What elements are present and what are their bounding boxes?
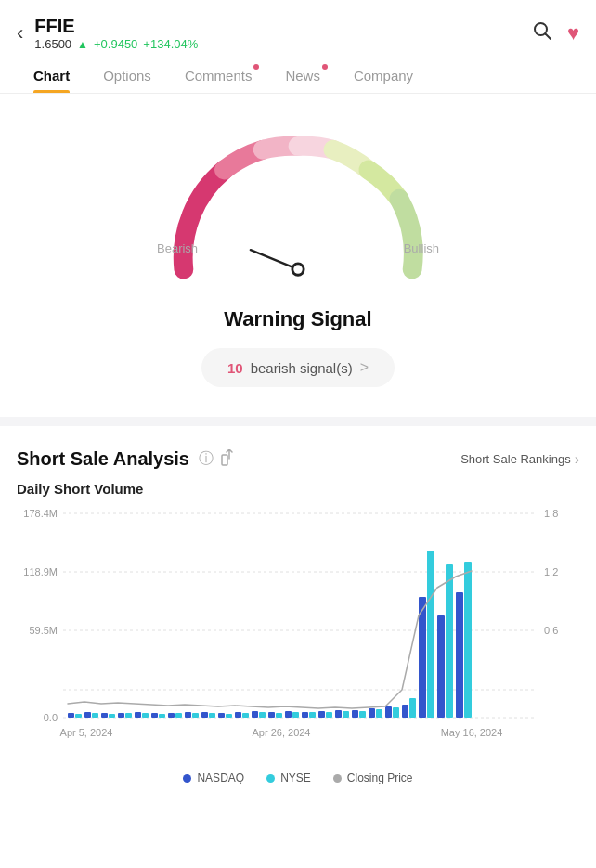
svg-rect-5	[222, 455, 227, 465]
svg-rect-65	[446, 564, 453, 718]
svg-rect-33	[175, 713, 182, 718]
svg-rect-59	[393, 707, 399, 718]
ssa-link-arrow-icon: ›	[575, 451, 579, 468]
svg-rect-32	[168, 713, 175, 718]
back-button[interactable]: ‹	[17, 21, 23, 45]
info-icon[interactable]: ⓘ	[199, 449, 214, 469]
svg-text:0.6: 0.6	[544, 625, 558, 636]
svg-rect-61	[409, 698, 416, 718]
svg-rect-40	[235, 712, 241, 718]
ticker-info: FFIE 1.6500 ▲ +0.9450 +134.04%	[34, 15, 198, 51]
nasdaq-dot	[183, 774, 191, 783]
svg-rect-29	[142, 713, 149, 718]
svg-rect-22	[84, 712, 91, 718]
header-left: ‹ FFIE 1.6500 ▲ +0.9450 +134.04%	[17, 15, 198, 51]
svg-rect-45	[276, 713, 282, 718]
legend-nasdaq: NASDAQ	[183, 771, 244, 784]
svg-rect-24	[101, 713, 108, 718]
ticker-symbol: FFIE	[34, 15, 198, 37]
chart-title: Daily Short Volume	[17, 481, 579, 497]
heart-icon[interactable]: ♥	[567, 21, 579, 45]
closing-price-dot	[333, 774, 342, 783]
svg-rect-48	[302, 712, 308, 718]
svg-rect-67	[464, 562, 472, 718]
svg-rect-64	[437, 615, 445, 718]
svg-rect-23	[92, 713, 98, 718]
ssa-title-group: Short Sale Analysis ⓘ	[17, 448, 238, 470]
svg-rect-57	[376, 709, 382, 718]
svg-rect-20	[68, 713, 74, 718]
svg-rect-55	[359, 711, 366, 718]
svg-rect-44	[268, 712, 275, 718]
svg-rect-43	[259, 712, 266, 718]
svg-rect-36	[201, 712, 208, 718]
svg-rect-56	[369, 708, 375, 718]
svg-point-4	[293, 265, 302, 273]
svg-rect-63	[427, 551, 434, 718]
chart-legend: NASDAQ NYSE Closing Price	[17, 771, 579, 796]
ssa-header: Short Sale Analysis ⓘ Short Sale Ranking…	[17, 448, 579, 470]
warning-signal-title: Warning Signal	[224, 307, 371, 331]
svg-line-1	[545, 33, 551, 39]
svg-text:1.8: 1.8	[544, 508, 558, 519]
price-change-pct: +134.04%	[143, 37, 198, 51]
tab-chart[interactable]: Chart	[17, 58, 86, 93]
svg-rect-41	[242, 713, 249, 718]
svg-rect-53	[343, 711, 349, 718]
tab-comments[interactable]: Comments	[168, 58, 269, 93]
svg-rect-38	[218, 713, 225, 718]
ticker-price-row: 1.6500 ▲ +0.9450 +134.04%	[34, 37, 198, 51]
ssa-section: Short Sale Analysis ⓘ Short Sale Ranking…	[0, 426, 596, 810]
ssa-rankings-link[interactable]: Short Sale Rankings ›	[460, 451, 579, 468]
chart-area: 178.4M 118.9M 59.5M 0.0 1.8 1.2 0.6 --	[17, 504, 579, 758]
svg-rect-49	[309, 712, 316, 718]
legend-closing-price: Closing Price	[333, 771, 413, 784]
gauge-svg	[140, 120, 456, 287]
svg-text:--: --	[544, 712, 551, 723]
nyse-dot	[266, 774, 275, 783]
tab-news[interactable]: News	[268, 58, 337, 93]
svg-rect-66	[456, 592, 463, 718]
ssa-title: Short Sale Analysis	[17, 448, 189, 470]
tab-options[interactable]: Options	[86, 58, 168, 93]
svg-text:1.2: 1.2	[544, 566, 558, 577]
svg-rect-25	[109, 714, 115, 718]
signal-count: 10	[227, 360, 243, 376]
tab-company[interactable]: Company	[337, 58, 430, 93]
svg-rect-37	[209, 713, 215, 718]
svg-rect-28	[135, 712, 141, 718]
news-notification-dot	[322, 64, 328, 70]
svg-rect-31	[159, 714, 165, 718]
svg-rect-58	[385, 706, 392, 718]
svg-text:May 16, 2024: May 16, 2024	[441, 727, 503, 738]
svg-rect-21	[75, 714, 82, 718]
svg-rect-34	[185, 712, 191, 718]
svg-line-2	[251, 250, 298, 269]
svg-rect-30	[151, 713, 158, 718]
header-right: ♥	[532, 20, 579, 46]
section-divider	[0, 417, 596, 426]
comments-notification-dot	[253, 64, 259, 70]
svg-text:Apr 5, 2024: Apr 5, 2024	[60, 727, 113, 738]
share-icon[interactable]	[221, 449, 238, 470]
legend-nyse: NYSE	[266, 771, 311, 784]
svg-rect-47	[292, 712, 299, 718]
svg-rect-60	[402, 705, 408, 718]
bearish-signals-button[interactable]: 10 bearish signal(s) >	[201, 348, 395, 387]
svg-text:118.9M: 118.9M	[23, 566, 58, 577]
svg-rect-27	[125, 713, 132, 718]
svg-rect-46	[285, 711, 292, 718]
ssa-icons: ⓘ	[199, 449, 238, 470]
svg-text:0.0: 0.0	[44, 712, 58, 723]
svg-rect-50	[318, 711, 325, 718]
gauge-section: Bearish Bullish Warning Signal 10 bearis…	[0, 94, 596, 417]
svg-rect-52	[335, 710, 342, 718]
signal-arrow-icon: >	[360, 359, 369, 376]
signal-text: bearish signal(s)	[251, 360, 353, 376]
svg-text:178.4M: 178.4M	[23, 508, 58, 519]
svg-rect-39	[226, 714, 232, 718]
svg-text:Apr 26, 2024: Apr 26, 2024	[253, 727, 311, 738]
svg-rect-54	[352, 710, 358, 718]
price: 1.6500	[34, 37, 71, 51]
search-icon[interactable]	[532, 20, 552, 46]
